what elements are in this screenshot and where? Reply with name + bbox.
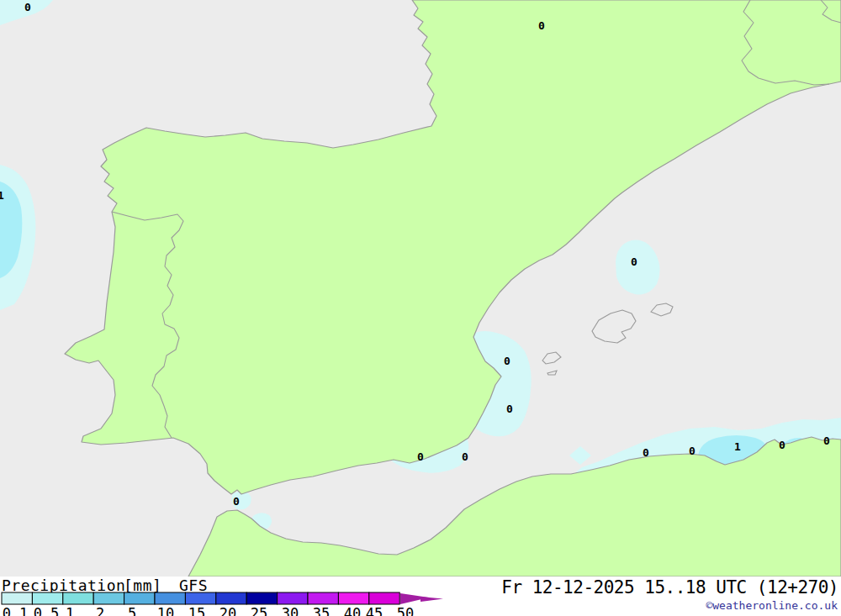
colorbar-segment bbox=[246, 592, 277, 604]
precip-value-label: 0 bbox=[689, 445, 696, 456]
precipitation-map: 01000000000100 bbox=[0, 0, 841, 577]
precip-value-label: 1 bbox=[734, 441, 741, 452]
precip-value-label: 0 bbox=[643, 447, 649, 458]
colorbar-tick-label: 20 bbox=[220, 605, 236, 616]
colorbar-segment bbox=[32, 592, 62, 604]
colorbar-tick-label: 1 bbox=[66, 605, 74, 616]
precip-value-label: 0 bbox=[506, 403, 513, 414]
copyright-link[interactable]: ©weatheronline.co.uk bbox=[706, 599, 838, 612]
colorbar-segment bbox=[93, 592, 124, 604]
precip-value-label: 0 bbox=[631, 256, 637, 267]
weather-map-screenshot: 01000000000100 Precipitation [mm] GFS 0.… bbox=[0, 0, 841, 616]
colorbar-segment bbox=[338, 592, 368, 604]
colorbar-tick-label: 2 bbox=[96, 605, 104, 616]
colorbar-tick-label: 50 bbox=[397, 605, 414, 616]
colorbar-segment bbox=[308, 592, 338, 604]
colorbar-segment bbox=[369, 592, 399, 604]
map-canvas bbox=[0, 0, 841, 577]
timestamp: Fr 12-12-2025 15..18 UTC (12+270) bbox=[501, 577, 838, 598]
colorbar-tick-label: 35 bbox=[313, 605, 330, 616]
colorbar-segment bbox=[185, 592, 215, 604]
colorbar-segment bbox=[124, 592, 155, 604]
colorbar-tick-label: 10 bbox=[157, 605, 174, 616]
colorbar-tick-label: 5 bbox=[128, 605, 136, 616]
colorbar-tick-label: 0.1 bbox=[3, 605, 29, 616]
colorbar-tick-label: 0.5 bbox=[34, 605, 60, 616]
precip-value-label: 0 bbox=[823, 435, 830, 446]
colorbar-arrow bbox=[400, 593, 443, 604]
colorbar-segment bbox=[216, 592, 246, 604]
colorbar-segments bbox=[2, 592, 399, 604]
precip-value-label: 0 bbox=[462, 451, 468, 462]
precip-value-label: 0 bbox=[538, 20, 545, 31]
colorbar-segment bbox=[63, 592, 93, 604]
precip-value-label: 0 bbox=[504, 355, 510, 366]
colorbar-tick-label: 45 bbox=[366, 605, 383, 616]
precip-value-label: 0 bbox=[779, 440, 785, 450]
colorbar-tick-label: 30 bbox=[282, 605, 299, 616]
colorbar-tick-label: 25 bbox=[251, 605, 267, 616]
precip-value-label: 1 bbox=[0, 190, 4, 201]
precip-value-label: 0 bbox=[417, 451, 424, 462]
colorbar-tick-label: 40 bbox=[344, 605, 361, 616]
colorbar-tick-label: 15 bbox=[188, 605, 205, 616]
colorbar-segment bbox=[278, 592, 308, 604]
colorbar-segment bbox=[155, 592, 185, 604]
legend-footer: Precipitation [mm] GFS 0.10.512510152025… bbox=[0, 577, 841, 616]
colorbar-segment bbox=[2, 592, 32, 604]
precip-value-label: 0 bbox=[24, 2, 31, 13]
precip-value-label: 0 bbox=[233, 496, 240, 507]
